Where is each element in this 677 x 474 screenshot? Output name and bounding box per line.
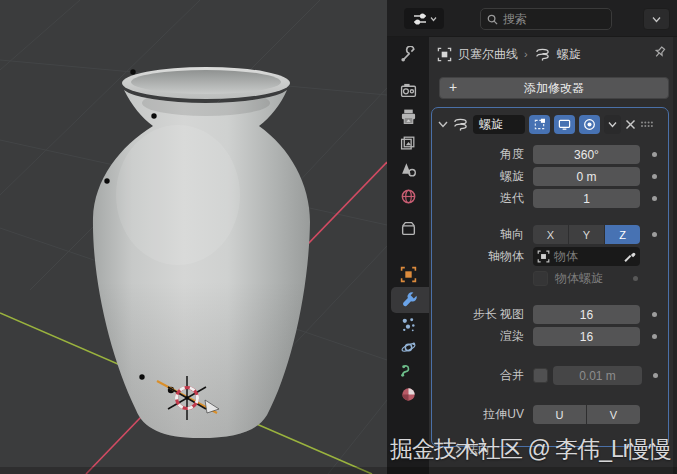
stretch-uv-buttons: U V [533, 405, 640, 424]
scrollbar-gutter[interactable] [673, 37, 677, 474]
toggle-render-display[interactable] [579, 115, 600, 134]
animate-dot[interactable] [652, 174, 657, 179]
breadcrumb-modifier-name[interactable]: 螺旋 [557, 46, 581, 63]
add-modifier-button[interactable]: + 添加修改器 [439, 77, 669, 99]
tab-output[interactable] [387, 103, 429, 129]
material-sphere-icon [400, 386, 417, 403]
search-input[interactable]: 搜索 [480, 8, 612, 30]
tool-icon [400, 46, 417, 63]
watermark-text: 掘金技术社区 @ 李伟_Li慢慢 [390, 434, 671, 465]
monitor-icon [558, 118, 571, 131]
screw-field[interactable]: 0 m [533, 167, 640, 186]
axis-x-button[interactable]: X [533, 225, 568, 244]
animate-dot[interactable] [652, 312, 657, 317]
object-icon [437, 47, 452, 62]
collection-box-icon [400, 220, 417, 237]
tab-collection[interactable] [387, 215, 429, 241]
axis-y-button[interactable]: Y [569, 225, 604, 244]
physics-icon [400, 339, 417, 356]
axis-object-label: 轴物体 [432, 248, 533, 265]
steps-render-field[interactable]: 16 [533, 327, 640, 346]
expand-chevron-icon[interactable] [438, 120, 448, 128]
breadcrumb-separator: › [524, 48, 528, 60]
world-globe-icon [400, 188, 417, 205]
scene-icon [400, 161, 417, 178]
tab-modifiers-active[interactable] [391, 287, 429, 313]
breadcrumb: 贝塞尔曲线 › 螺旋 [437, 43, 669, 65]
properties-editor-icon [412, 12, 428, 26]
add-modifier-label: 添加修改器 [524, 80, 584, 97]
tab-view-layer[interactable] [387, 129, 429, 155]
axis-z-button[interactable]: Z [605, 225, 640, 244]
chevron-down-icon [652, 16, 661, 23]
modifier-name-field[interactable]: 螺旋 [473, 115, 525, 134]
screw-modifier-icon [534, 47, 551, 62]
row-merge: 合并 0.01 m [432, 366, 668, 385]
tab-object-data[interactable] [387, 357, 429, 383]
tab-render[interactable] [387, 77, 429, 103]
viewport-3d[interactable] [0, 0, 387, 474]
chevron-down-icon [430, 16, 437, 22]
particles-icon [400, 316, 417, 333]
eyedropper-icon[interactable] [623, 250, 636, 263]
row-iterations: 迭代 1 [432, 189, 668, 208]
angle-label: 角度 [432, 146, 533, 163]
tab-material[interactable] [387, 381, 429, 407]
plus-icon: + [449, 79, 457, 95]
axis-object-picker[interactable]: 物体 [533, 247, 640, 266]
camera-icon [583, 118, 596, 131]
axis-object-placeholder: 物体 [554, 248, 619, 265]
animate-dot[interactable] [653, 373, 658, 378]
properties-tab-strip [387, 37, 429, 474]
search-icon [487, 14, 498, 25]
row-object-screw: 物体螺旋 [432, 269, 668, 288]
merge-label: 合并 [432, 367, 533, 384]
breadcrumb-object-name[interactable]: 贝塞尔曲线 [458, 46, 518, 63]
steps-render-label: 渲染 [432, 328, 533, 345]
chevron-down-icon [608, 121, 617, 128]
bottom-shade [0, 467, 677, 474]
animate-dot[interactable] [652, 152, 657, 157]
editmode-icon [533, 118, 546, 131]
object-screw-checkbox[interactable] [533, 271, 548, 286]
properties-editor: 搜索 [387, 0, 677, 474]
steps-viewport-field[interactable]: 16 [533, 305, 640, 324]
toggle-editmode-display[interactable] [529, 115, 550, 134]
row-screw: 螺旋 0 m [432, 167, 668, 186]
screw-label: 螺旋 [432, 168, 533, 185]
row-angle: 角度 360° [432, 145, 668, 164]
blender-window: 搜索 [0, 0, 677, 474]
row-axis: 轴向 X Y Z [432, 225, 668, 244]
modifier-extras-dropdown[interactable] [604, 115, 621, 134]
pin-icon[interactable] [652, 45, 667, 60]
animate-dot[interactable] [652, 232, 657, 237]
animate-dot[interactable] [652, 196, 657, 201]
output-printer-icon [400, 108, 417, 125]
object-screw-label: 物体螺旋 [548, 270, 603, 287]
stretch-u-button[interactable]: U [533, 405, 586, 424]
tab-world[interactable] [387, 183, 429, 209]
toggle-realtime-display[interactable] [554, 115, 575, 134]
animate-dot[interactable] [652, 334, 657, 339]
tab-scene[interactable] [387, 156, 429, 182]
angle-field[interactable]: 360° [533, 145, 640, 164]
close-icon[interactable] [625, 119, 636, 130]
wrench-icon [401, 291, 419, 309]
iterations-label: 迭代 [432, 190, 533, 207]
header-options-button[interactable] [643, 8, 670, 30]
editor-type-button[interactable] [404, 8, 444, 29]
animate-dot[interactable] [633, 276, 638, 281]
object-icon [537, 250, 550, 263]
row-axis-object: 轴物体 物体 [432, 247, 668, 266]
view-layer-icon [400, 134, 417, 151]
stretch-v-button[interactable]: V [587, 405, 640, 424]
object-icon [400, 266, 417, 283]
iterations-field[interactable]: 1 [533, 189, 640, 208]
drag-handle-icon[interactable] [640, 120, 654, 129]
tab-object[interactable] [387, 261, 429, 287]
search-placeholder: 搜索 [503, 11, 527, 28]
tab-tool[interactable] [387, 41, 429, 67]
merge-distance-field[interactable]: 0.01 m [553, 366, 642, 385]
steps-viewport-label: 步长 视图 [432, 306, 533, 323]
merge-checkbox[interactable] [533, 368, 548, 383]
